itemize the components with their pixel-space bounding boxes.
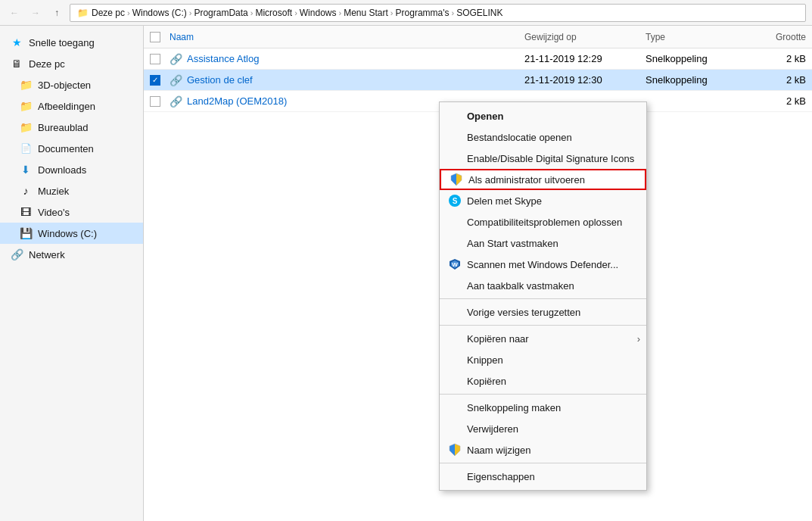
file-type: Snelkoppeling [646,74,751,86]
main-area: ★ Snelle toegang 🖥 Deze pc 📁 3D-objecten… [0,26,812,521]
file-list-header: Naam Gewijzigd op Type Grootte [144,26,812,48]
sidebar-item-label: 3D-objecten [38,80,91,91]
file-name: Assistance Atlog [187,53,259,64]
menu-item-kopieren-naar[interactable]: Kopiëren naar › [440,328,646,349]
documenten-icon: 📄 [18,141,33,156]
path-microsoft: Microsoft [255,8,292,18]
menu-item-aan-start[interactable]: Aan Start vastmaken [440,232,646,254]
menu-item-verwijderen[interactable]: Verwijderen [440,418,646,439]
muziek-icon: ♪ [18,183,33,198]
quick-access-icon: ★ [9,35,24,50]
sidebar-item-label: Afbeeldingen [38,101,95,112]
file-size: 2 kB [751,95,812,107]
file-size: 2 kB [751,53,812,64]
shield-icon [449,172,464,187]
file-name-cell[interactable]: 🔗 Assistance Atlog [166,53,524,65]
table-row[interactable]: 🔗 Assistance Atlog 21-11-2019 12:29 Snel… [144,48,812,70]
svg-text:W: W [452,261,458,268]
sidebar-item-downloads[interactable]: ⬇ Downloads [0,159,143,180]
separator-1 [440,298,646,299]
file-modified: 21-11-2019 12:29 [524,53,646,64]
path-windows: Windows [300,8,337,18]
header-size: Grootte [751,32,812,42]
path-deze-pc: Deze pc [92,8,125,18]
sidebar-item-windows-c[interactable]: 💾 Windows (C:) [0,223,143,244]
sidebar-item-bureaublad[interactable]: 📁 Bureaublad [0,117,143,138]
up-button[interactable]: ↑ [48,5,65,21]
vorige-versies-label: Vorige versies terugzetten [467,307,580,318]
sidebar: ★ Snelle toegang 🖥 Deze pc 📁 3D-objecten… [0,26,144,521]
file-icon: 🔗 [170,53,182,65]
compatibiliteit-label: Compatibiliteitsproblemen oplossen [467,217,622,228]
row-checkbox[interactable] [144,96,166,107]
menu-item-skype[interactable]: S Delen met Skype [440,190,646,211]
path-sogelink: SOGELINK [456,8,502,18]
sidebar-item-afbeeldingen[interactable]: 📁 Afbeeldingen [0,95,143,117]
sidebar-item-deze-pc[interactable]: 🖥 Deze pc [0,53,143,74]
sidebar-item-documenten[interactable]: 📄 Documenten [0,138,143,159]
folder-3d-icon: 📁 [18,77,33,92]
header-type: Type [646,32,751,42]
menu-item-knippen[interactable]: Knippen [440,349,646,370]
skype-label: Delen met Skype [467,195,542,207]
back-button[interactable]: ← [6,5,23,21]
header-checkbox[interactable] [144,32,166,42]
separator-3 [440,394,646,395]
content-area: Naam Gewijzigd op Type Grootte [144,26,812,521]
table-row[interactable]: ✓ 🔗 Gestion de clef 21-11-2019 12:30 Sne… [144,70,812,91]
path-menu-start: Menu Start [344,8,388,18]
afbeeldingen-icon: 📁 [18,98,33,114]
kopieren-label: Kopiëren [467,376,506,387]
address-path[interactable]: 📁 Deze pc › Windows (C:) › ProgramData ›… [70,4,806,22]
file-name-cell[interactable]: 🔗 Gestion de clef [166,74,524,86]
menu-item-naam-wijzigen[interactable]: Naam wijzigen [440,439,646,460]
file-list: Naam Gewijzigd op Type Grootte [144,26,812,112]
defender-icon: W [447,257,462,272]
separator-4 [440,463,646,463]
sidebar-item-muziek[interactable]: ♪ Muziek [0,180,143,201]
path-programmas: Programma's [396,8,450,18]
file-name: Gestion de clef [187,74,253,86]
address-bar: ← → ↑ 📁 Deze pc › Windows (C:) › Program… [0,0,812,26]
menu-item-compatibiliteit[interactable]: Compatibiliteitsproblemen oplossen [440,211,646,232]
aan-taakbalk-label: Aan taakbalk vastmaken [467,280,574,292]
bureaublad-icon: 📁 [18,120,33,135]
sidebar-item-3d-objecten[interactable]: 📁 3D-objecten [0,74,143,95]
kopieren-naar-label: Kopiëren naar [467,333,529,345]
sidebar-item-label: Documenten [38,143,94,154]
path-folder-icon: 📁 [76,7,89,19]
sidebar-item-netwerk[interactable]: 🔗 Netwerk [0,244,143,265]
menu-item-eigenschappen[interactable]: Eigenschappen [440,466,646,487]
aan-start-label: Aan Start vastmaken [467,238,558,249]
file-modified: 21-11-2019 12:30 [524,74,646,86]
row-checkbox[interactable] [144,54,166,64]
header-name[interactable]: Naam [166,32,524,42]
menu-item-aan-taakbalk[interactable]: Aan taakbalk vastmaken [440,275,646,296]
menu-item-snelkoppeling[interactable]: Snelkoppeling maken [440,397,646,418]
menu-item-digital-sig[interactable]: Enable/Disable Digital Signature Icons [440,148,646,169]
sidebar-item-label: Netwerk [29,249,65,260]
deze-pc-icon: 🖥 [9,56,24,71]
skype-icon: S [447,193,462,208]
submenu-arrow-icon: › [637,333,640,345]
file-icon: 🔗 [170,74,182,86]
file-type: Snelkoppeling [646,53,751,64]
shield2-icon [447,442,462,457]
menu-item-defender[interactable]: W Scannen met Windows Defender... [440,254,646,275]
knippen-label: Knippen [467,354,503,366]
sidebar-item-label: Deze pc [29,58,65,70]
menu-item-bestandslocatie[interactable]: Bestandslocatie openen [440,126,646,148]
sidebar-item-quick-access[interactable]: ★ Snelle toegang [0,32,143,53]
sidebar-item-label: Snelle toegang [29,37,95,48]
menu-item-vorige-versies[interactable]: Vorige versies terugzetten [440,301,646,323]
menu-item-openen[interactable]: Openen [440,105,646,126]
sidebar-item-videos[interactable]: 🎞 Video's [0,201,143,223]
forward-button[interactable]: → [27,5,44,21]
bestandslocatie-label: Bestandslocatie openen [467,132,572,143]
defender-label: Scannen met Windows Defender... [467,259,618,270]
header-modified: Gewijzigd op [524,32,646,42]
menu-item-kopieren[interactable]: Kopiëren [440,370,646,392]
row-checkbox[interactable]: ✓ [144,75,166,86]
menu-item-als-admin[interactable]: Als administrator uitvoeren [440,169,646,190]
sidebar-item-label: Bureaublad [38,122,89,133]
